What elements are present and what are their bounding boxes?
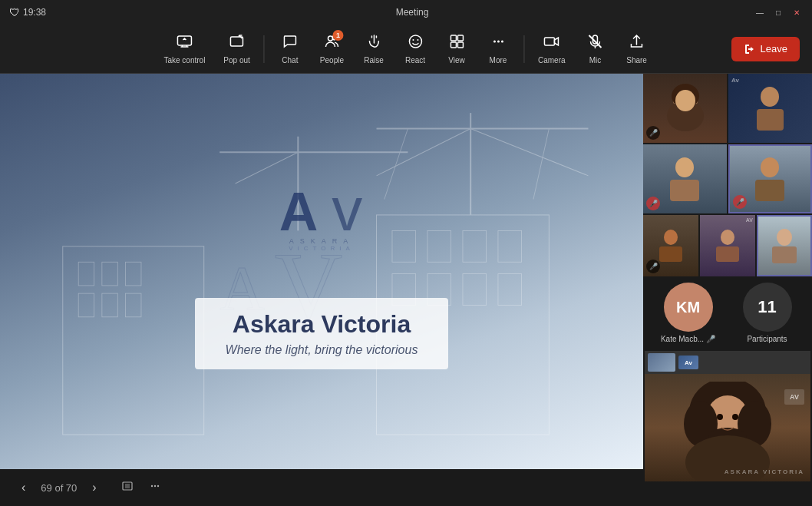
svg-point-47 (153, 485, 155, 487)
slide-counter: 69 of 70 (41, 482, 77, 494)
svg-rect-9 (457, 42, 463, 48)
slide-subtitle: Where the light, bring the victorious (226, 343, 418, 357)
participants-tile[interactable]: 11 Participants (728, 283, 806, 343)
kate-mic-icon: 🎤 (706, 335, 715, 343)
video-grid-top: 🎤 Av (643, 74, 812, 213)
svg-point-3 (409, 35, 421, 48)
time-display: 19:38 (23, 7, 46, 18)
video-tile-1[interactable]: 🎤 (643, 74, 727, 143)
camera-icon (543, 33, 560, 54)
more-button[interactable]: More (479, 28, 517, 69)
raise-label: Raise (364, 56, 384, 64)
svg-rect-56 (670, 180, 699, 201)
bottom-person-video: ASKARA VICTORIA AV (645, 374, 810, 481)
svg-point-57 (761, 157, 779, 177)
next-slide-button[interactable]: › (86, 478, 102, 498)
svg-rect-1 (231, 37, 243, 46)
camera-label: Camera (538, 56, 566, 64)
participants-label: Participants (747, 335, 787, 343)
video-tile-7[interactable] (757, 215, 812, 276)
video-row-3: 🎤 AV (643, 215, 812, 276)
more-icon (490, 33, 507, 54)
view-label: View (448, 56, 465, 64)
mute-icon-4: 🎤 (733, 195, 747, 209)
svg-rect-54 (757, 109, 784, 131)
svg-rect-62 (716, 246, 739, 262)
chat-button[interactable]: Chat (271, 28, 309, 69)
title-bar: 🛡 19:38 Meeting — □ ✕ (0, 0, 812, 25)
video-tile-5[interactable]: 🎤 (643, 215, 698, 276)
people-button[interactable]: 1 People (312, 28, 352, 69)
svg-rect-0 (177, 36, 191, 45)
svg-point-4 (412, 39, 414, 41)
svg-rect-6 (451, 35, 456, 41)
slide-area: A V A v ASKARA VICTORIA Askara Victoria … (0, 74, 643, 469)
leave-button[interactable]: Leave (731, 37, 800, 61)
chat-icon (282, 33, 299, 54)
slide-thumb-av-logo: Av (678, 356, 698, 369)
mic-icon (587, 33, 604, 54)
share-icon (629, 33, 645, 54)
take-control-icon (176, 33, 193, 54)
people-badge: 1 (332, 30, 343, 41)
share-button[interactable]: Share (618, 28, 656, 69)
svg-point-59 (664, 230, 678, 245)
svg-rect-8 (451, 42, 456, 48)
slide-title: Askara Victoria (226, 310, 418, 339)
maximize-button[interactable]: □ (772, 6, 784, 18)
video-tile-3[interactable]: 🎤 (643, 144, 727, 213)
raise-icon (365, 33, 382, 54)
prev-slide-button[interactable]: ‹ (15, 478, 31, 498)
close-button[interactable]: ✕ (791, 6, 803, 18)
camera-button[interactable]: Camera (530, 28, 573, 69)
svg-point-11 (497, 41, 499, 43)
mute-icon-1: 🎤 (646, 126, 660, 140)
participants-count: 11 (743, 283, 792, 332)
slide-thumbnail (648, 353, 675, 372)
pop-out-icon (229, 33, 246, 54)
svg-point-10 (493, 41, 495, 43)
svg-point-53 (761, 87, 779, 107)
minimize-button[interactable]: — (754, 6, 766, 18)
fit-slide-button[interactable] (118, 477, 137, 498)
toolbar: Take control Pop out Chat (0, 25, 812, 74)
video-tile-4[interactable]: 🎤 (728, 144, 812, 213)
react-label: React (405, 56, 425, 64)
svg-point-5 (417, 39, 418, 41)
svg-point-2 (328, 36, 332, 41)
mute-icon-3: 🎤 (646, 197, 660, 210)
svg-point-12 (500, 41, 503, 43)
raise-button[interactable]: Raise (355, 28, 393, 69)
mute-icon-5: 🎤 (646, 260, 660, 273)
svg-point-46 (150, 485, 152, 487)
chat-label: Chat (282, 56, 298, 64)
svg-point-63 (777, 229, 792, 246)
svg-rect-64 (772, 246, 797, 263)
presentation-area: A V A v ASKARA VICTORIA Askara Victoria … (0, 74, 643, 506)
window-title: Meeting (71, 7, 754, 18)
video-panel: 🎤 Av (643, 74, 812, 506)
mic-button[interactable]: Mic (576, 28, 615, 69)
take-control-button[interactable]: Take control (156, 28, 213, 69)
view-button[interactable]: View (437, 28, 476, 69)
svg-rect-13 (545, 38, 555, 45)
pop-out-label: Pop out (223, 56, 249, 64)
pop-out-button[interactable]: Pop out (216, 28, 257, 69)
bottom-video-tile[interactable]: Av ASKARA VICTORIA AV (645, 351, 810, 504)
view-icon (448, 33, 465, 54)
svg-rect-45 (125, 484, 130, 488)
svg-rect-7 (457, 35, 463, 41)
svg-point-52 (675, 90, 695, 111)
more-slide-options-button[interactable] (146, 477, 164, 498)
svg-point-70 (717, 414, 723, 420)
video-tile-2[interactable]: Av (728, 74, 812, 143)
svg-point-48 (157, 485, 158, 487)
window-controls: — □ ✕ (754, 6, 803, 18)
video-tile-6[interactable]: AV (700, 215, 755, 276)
share-label: Share (626, 56, 647, 64)
react-button[interactable]: React (396, 28, 434, 69)
kate-tile[interactable]: KM Kate Macb... 🎤 (649, 283, 727, 343)
slide-controls: ‹ 69 of 70 › (0, 469, 643, 506)
shield-icon: 🛡 (9, 6, 20, 18)
avatar-section: KM Kate Macb... 🎤 11 Participants (643, 276, 812, 349)
